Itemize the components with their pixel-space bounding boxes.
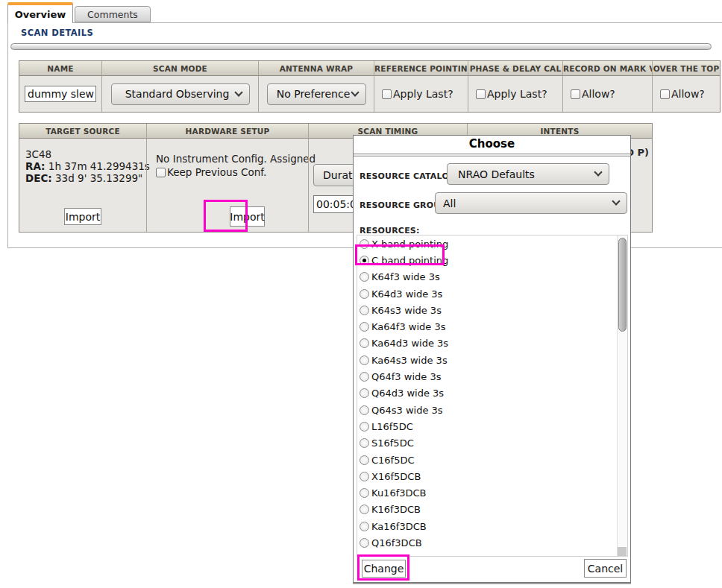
resource-option[interactable]: K64f3 wide 3s	[357, 269, 627, 285]
resource-option[interactable]: Ka64s3 wide 3s	[357, 352, 627, 368]
resource-option-label: K64s3 wide 3s	[371, 305, 442, 316]
resource-option[interactable]: Q64d3 wide 3s	[357, 385, 627, 402]
radio-icon	[360, 538, 369, 548]
apply-last-checkbox[interactable]	[382, 89, 392, 99]
resource-option-label: Q64s3 wide 3s	[371, 405, 443, 416]
resource-option[interactable]: K64s3 wide 3s	[357, 302, 627, 318]
keep-previous-conf-label: Keep Previous Conf.	[167, 166, 266, 178]
radio-icon	[360, 422, 369, 431]
radio-icon	[360, 372, 369, 382]
radio-icon	[360, 239, 369, 249]
resource-option[interactable]: C16f5DC	[357, 452, 627, 468]
resource-option[interactable]: C band pointing	[357, 252, 627, 268]
cancel-button[interactable]: Cancel	[584, 559, 627, 578]
chevron-down-icon	[351, 88, 359, 96]
radio-icon	[360, 322, 369, 332]
scan-mode-value: Standard Observing	[119, 88, 236, 100]
hardware-status: No Instrument Config. Assigned	[156, 153, 316, 165]
resource-option[interactable]: K64d3 wide 3s	[357, 285, 627, 302]
apply-last-checkbox[interactable]	[476, 89, 486, 99]
radio-icon	[360, 554, 369, 557]
resource-option[interactable]: L16f5DC	[357, 418, 627, 434]
resource-option[interactable]: Q64f3 wide 3s	[357, 368, 627, 385]
resource-group-select[interactable]: All	[435, 192, 627, 214]
radio-icon	[360, 505, 369, 514]
dec-value: 33d 9' 35.13299"	[55, 172, 142, 184]
radio-icon	[360, 488, 369, 498]
resource-option[interactable]: Ku16f3DCB	[357, 484, 627, 501]
resource-option[interactable]: K16f3DCB	[357, 502, 627, 518]
resource-option-label: X16f5DCB	[371, 471, 421, 482]
allow-label: Allow?	[582, 88, 615, 100]
chevron-down-icon	[612, 197, 620, 205]
resource-option-label: Q16f3DCB	[371, 537, 422, 549]
source-name: 3C48	[25, 148, 51, 160]
resource-option-label: Ka64s3 wide 3s	[371, 355, 448, 366]
scan-settings-table: NAME SCAN MODE ANTENNA WRAP REFERENCE PO…	[19, 60, 721, 113]
resource-catalog-select[interactable]: NRAO Defaults	[447, 163, 609, 185]
allow-checkbox[interactable]	[660, 89, 670, 99]
resource-option[interactable]: Ka64f3 wide 3s	[357, 318, 627, 335]
resource-option[interactable]: S16f5DC	[357, 435, 627, 452]
resource-option[interactable]: Ka64d3 wide 3s	[357, 335, 627, 352]
radio-icon	[360, 306, 369, 315]
tab-comments[interactable]: Comments	[75, 6, 151, 22]
app-window: Overview Comments SCAN DETAILS NAME SCAN…	[0, 0, 722, 588]
resource-option-label: Q64f3 wide 3s	[371, 371, 441, 382]
resource-catalog-label: RESOURCE CATALOG:	[360, 171, 459, 181]
change-button[interactable]: Change	[362, 560, 406, 578]
choose-dialog: Choose RESOURCE CATALOG: NRAO Defaults R…	[353, 135, 631, 583]
hardware-setup-cell: No Instrument Config. Assigned Keep Prev…	[146, 139, 308, 232]
name-cell: dummy slew	[19, 76, 101, 112]
col-header-over-the-top: OVER THE TOP	[652, 61, 720, 76]
resource-option[interactable]: X band pointing	[357, 235, 627, 252]
resource-option[interactable]: Ka16f3DCB	[357, 518, 627, 534]
col-header-reference-pointing: REFERENCE POINTING	[374, 61, 468, 76]
resource-option-label: S16f5DC	[371, 437, 414, 449]
scan-name-input[interactable]: dummy slew	[25, 86, 96, 102]
resource-option-label: K64f3 wide 3s	[371, 271, 440, 282]
record-on-mark-v-cell: Allow?	[562, 76, 652, 112]
import-hardware-button[interactable]: Import	[230, 206, 265, 227]
horizontal-scrollbar[interactable]	[10, 43, 712, 50]
over-the-top-cell: Allow?	[652, 76, 720, 112]
resource-option[interactable]: Q64s3 wide 3s	[357, 402, 627, 418]
radio-icon	[360, 388, 369, 398]
resource-option-label: Ku16f3DCB	[371, 487, 427, 499]
keep-previous-conf-checkbox[interactable]	[156, 168, 166, 177]
vertical-scrollbar[interactable]	[617, 235, 627, 556]
resource-option-label: C band pointing	[371, 255, 448, 266]
import-source-button[interactable]: Import	[64, 208, 101, 225]
col-header-target-source: TARGET SOURCE	[19, 124, 146, 139]
apply-last-label: Apply Last?	[393, 88, 453, 100]
radio-icon	[360, 256, 369, 265]
col-header-scan-mode: SCAN MODE	[101, 61, 258, 76]
resource-option-label: Ka64f3 wide 3s	[371, 321, 445, 332]
resource-option[interactable]: K64f3	[357, 551, 627, 557]
chevron-down-icon	[234, 88, 242, 96]
target-source-cell: 3C48 RA: 1h 37m 41.299431s DEC: 33d 9' 3…	[19, 139, 146, 232]
resource-option[interactable]: X16f5DCB	[357, 468, 627, 484]
scrollbar-thumb[interactable]	[618, 238, 627, 332]
resources-list: X band pointingC band pointingK64f3 wide…	[357, 235, 628, 557]
resource-option-label: K16f3DCB	[371, 504, 421, 515]
allow-checkbox[interactable]	[571, 89, 580, 99]
tab-overview[interactable]: Overview	[7, 2, 73, 23]
resource-option-label: K64f3	[371, 554, 400, 557]
antenna-wrap-select[interactable]: No Preference	[267, 83, 366, 105]
resource-group-value: All	[443, 197, 613, 209]
col-header-hardware-setup: HARDWARE SETUP	[146, 124, 308, 139]
radio-icon	[360, 455, 369, 465]
scrollbar-end[interactable]	[618, 547, 627, 556]
allow-label: Allow?	[671, 88, 705, 100]
resource-option[interactable]: Q16f3DCB	[357, 534, 627, 551]
radio-icon	[360, 289, 369, 299]
radio-icon	[360, 522, 369, 531]
ra-value: 1h 37m 41.299431s	[48, 160, 150, 172]
tab-overview-label: Overview	[15, 9, 66, 20]
dialog-title: Choose	[354, 137, 630, 151]
scan-mode-select[interactable]: Standard Observing	[111, 83, 250, 105]
antenna-wrap-cell: No Preference	[258, 76, 374, 112]
resource-option-label: Ka16f3DCB	[371, 521, 427, 532]
scan-mode-cell: Standard Observing	[101, 76, 258, 112]
